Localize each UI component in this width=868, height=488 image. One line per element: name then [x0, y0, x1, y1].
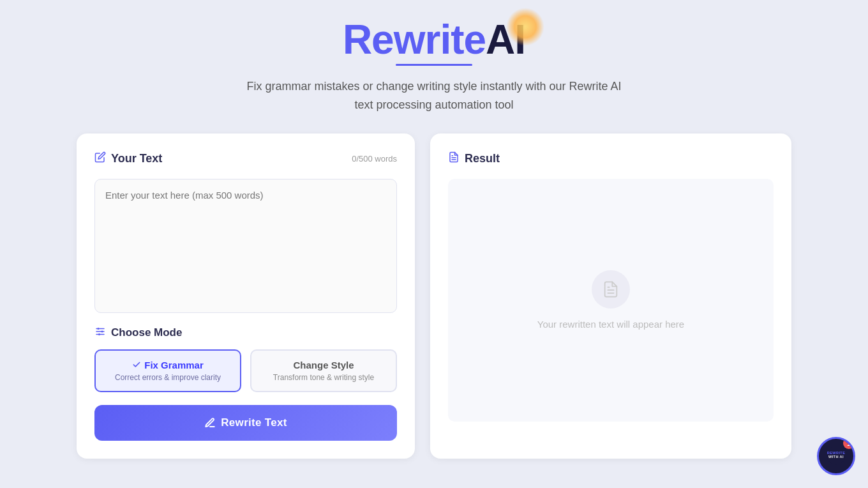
card-title-row: Your Text — [94, 151, 162, 166]
text-input[interactable] — [94, 179, 397, 313]
right-card: Result Your rewritten text will appear h… — [430, 133, 791, 459]
rewrite-button-label: Rewrite Text — [221, 416, 287, 429]
choose-mode-title: Choose Mode — [111, 326, 182, 339]
choose-mode-header: Choose Mode — [94, 326, 397, 340]
result-area: Your rewritten text will appear here — [448, 179, 774, 422]
sliders-icon — [94, 326, 106, 340]
pen-icon — [204, 417, 216, 429]
logo-rewrite: Rewrite — [343, 19, 486, 60]
edit-icon — [94, 151, 106, 166]
result-placeholder-icon — [592, 270, 630, 309]
main-cards: Your Text 0/500 words — [77, 133, 791, 459]
floating-badge[interactable]: REWRITE WITH AI 1 — [817, 437, 855, 475]
change-style-button[interactable]: Change Style Transform tone & writing st… — [250, 349, 397, 392]
mode-buttons: Fix Grammar Correct errors & improve cla… — [94, 349, 397, 392]
svg-point-4 — [101, 330, 103, 332]
your-text-title: Your Text — [111, 152, 162, 165]
left-card: Your Text 0/500 words — [77, 133, 415, 459]
svg-text:REWRITE: REWRITE — [827, 451, 846, 455]
fix-grammar-button[interactable]: Fix Grammar Correct errors & improve cla… — [94, 349, 241, 392]
logo-row: Rewrite AI — [343, 19, 525, 60]
result-doc-icon — [448, 151, 460, 166]
rewrite-button[interactable]: Rewrite Text — [94, 405, 397, 441]
floating-badge-text: REWRITE WITH AI — [826, 445, 846, 468]
badge-notification-count: 1 — [843, 438, 855, 449]
badge-logo-icon: REWRITE WITH AI — [826, 445, 846, 466]
change-style-label: Change Style — [293, 360, 354, 370]
word-count: 0/500 words — [352, 154, 397, 164]
result-placeholder-text: Your rewritten text will appear here — [537, 319, 684, 330]
logo-underline — [396, 64, 472, 66]
sun-glow-decoration — [506, 8, 544, 46]
fix-grammar-label: Fix Grammar — [132, 360, 204, 370]
result-header: Result — [448, 151, 774, 166]
change-style-subtitle: Transform tone & writing style — [273, 373, 374, 382]
fix-grammar-subtitle: Correct errors & improve clarity — [115, 373, 221, 382]
result-title: Result — [465, 152, 500, 165]
svg-point-3 — [98, 328, 100, 330]
header: Rewrite AI Fix grammar mistakes or chang… — [246, 19, 621, 114]
tagline: Fix grammar mistakes or change writing s… — [246, 77, 621, 114]
svg-point-5 — [98, 333, 100, 335]
svg-text:WITH AI: WITH AI — [828, 455, 844, 459]
your-text-header: Your Text 0/500 words — [94, 151, 397, 166]
choose-mode-section: Choose Mode Fix Grammar Correct errors &… — [94, 326, 397, 392]
